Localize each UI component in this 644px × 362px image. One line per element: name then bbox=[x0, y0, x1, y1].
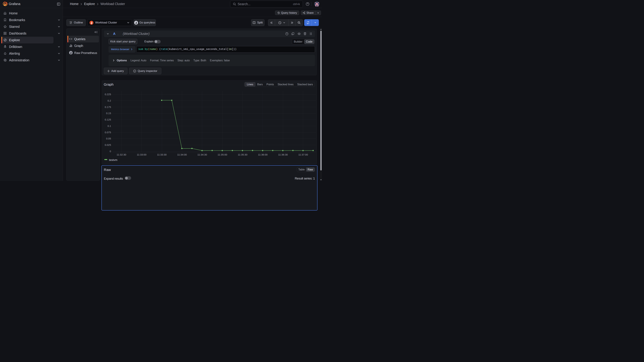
svg-text:0.1: 0.1 bbox=[108, 124, 111, 127]
svg-text:11:33:30: 11:33:30 bbox=[157, 153, 166, 156]
svg-text:0.2: 0.2 bbox=[108, 99, 111, 102]
svg-text:11:35:00: 11:35:00 bbox=[218, 153, 227, 156]
svg-text:0: 0 bbox=[110, 150, 111, 153]
svg-text:11:36:30: 11:36:30 bbox=[278, 153, 288, 156]
svg-text:11:34:30: 11:34:30 bbox=[198, 153, 207, 156]
svg-text:11:37:00: 11:37:00 bbox=[298, 153, 308, 156]
svg-text:0.125: 0.125 bbox=[105, 118, 111, 121]
svg-text:0.225: 0.225 bbox=[105, 93, 111, 96]
svg-text:testvm: testvm bbox=[109, 158, 118, 162]
svg-text:0.15: 0.15 bbox=[106, 112, 111, 115]
svg-text:11:34:00: 11:34:00 bbox=[177, 153, 187, 156]
svg-text:0.05: 0.05 bbox=[106, 137, 111, 140]
svg-text:11:36:00: 11:36:00 bbox=[258, 153, 268, 156]
svg-text:11:33:00: 11:33:00 bbox=[137, 153, 146, 156]
svg-text:0.025: 0.025 bbox=[105, 143, 111, 146]
svg-text:11:32:30: 11:32:30 bbox=[116, 153, 126, 156]
svg-text:0.075: 0.075 bbox=[105, 131, 111, 134]
svg-text:11:35:30: 11:35:30 bbox=[238, 153, 247, 156]
svg-text:0.175: 0.175 bbox=[105, 105, 111, 108]
